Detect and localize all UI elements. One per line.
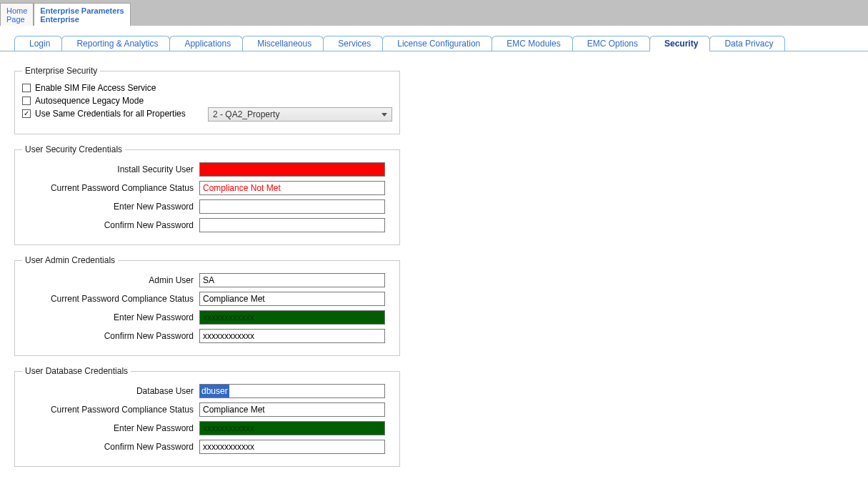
value-sec-compliance-status: Compliance Not Met xyxy=(199,181,385,195)
security-panel: Enterprise Security Enable SIM File Acce… xyxy=(0,51,868,467)
label-auto-legacy: Autosequence Legacy Mode xyxy=(35,96,144,106)
label-sec-new-password: Enter New Password xyxy=(22,202,199,212)
label-db-confirm-password: Confirm New Password xyxy=(22,442,199,452)
user-db-legend: User Database Credentials xyxy=(22,366,131,376)
label-sec-confirm-password: Confirm New Password xyxy=(22,220,199,230)
enterprise-security-legend: Enterprise Security xyxy=(22,66,100,76)
user-security-legend: User Security Credentials xyxy=(22,144,125,154)
checkbox-same-credentials[interactable] xyxy=(22,109,31,118)
input-sec-confirm-password[interactable] xyxy=(199,218,385,232)
label-same-credentials: Use Same Credentials for all Properties xyxy=(35,109,186,119)
tab-ent-line2: Enterprise xyxy=(40,15,124,24)
tab-emc-modules[interactable]: EMC Modules xyxy=(492,36,572,51)
label-enable-sim: Enable SIM File Access Service xyxy=(35,83,156,93)
tab-home-page[interactable]: Home Page xyxy=(0,3,34,26)
tab-data-privacy[interactable]: Data Privacy xyxy=(709,36,785,51)
value-admin-compliance-status: Compliance Met xyxy=(199,292,385,306)
user-admin-legend: User Admin Credentials xyxy=(22,255,118,265)
checkbox-enable-sim[interactable] xyxy=(22,84,31,92)
tab-license-configuration[interactable]: License Configuration xyxy=(382,36,492,51)
input-admin-confirm-password[interactable]: xxxxxxxxxxxx xyxy=(199,329,385,343)
tab-miscellaneous[interactable]: Miscellaneous xyxy=(242,36,324,51)
user-security-credentials-group: User Security Credentials Install Securi… xyxy=(14,144,400,245)
tab-reporting-analytics[interactable]: Reporting & Analytics xyxy=(61,36,170,51)
input-sec-new-password[interactable] xyxy=(199,199,385,214)
label-admin-new-password: Enter New Password xyxy=(22,312,199,322)
user-database-credentials-group: User Database Credentials Database User … xyxy=(14,366,400,467)
input-admin-user[interactable]: SA xyxy=(199,273,385,287)
app-top-bar: Home Page Enterprise Parameters Enterpri… xyxy=(0,0,868,26)
database-user-selected-text: dbuser xyxy=(200,385,229,397)
checkbox-auto-legacy[interactable] xyxy=(22,97,31,105)
tab-security[interactable]: Security xyxy=(649,36,710,51)
label-db-compliance-status: Current Password Compliance Status xyxy=(22,405,199,415)
tab-login[interactable]: Login xyxy=(14,36,62,51)
value-db-compliance-status: Compliance Met xyxy=(199,402,385,417)
tab-emc-options[interactable]: EMC Options xyxy=(572,36,650,51)
tab-applications[interactable]: Applications xyxy=(169,36,243,51)
tab-enterprise-parameters[interactable]: Enterprise Parameters Enterprise xyxy=(34,3,130,26)
label-admin-user: Admin User xyxy=(22,275,199,285)
label-sec-compliance-status: Current Password Compliance Status xyxy=(22,183,199,193)
tab-home-line2: Page xyxy=(6,15,27,24)
input-admin-new-password[interactable]: xxxxxxxxxxxx xyxy=(199,310,385,325)
chevron-down-icon xyxy=(381,113,387,117)
input-database-user[interactable]: dbuser xyxy=(199,384,385,398)
tab-services[interactable]: Services xyxy=(323,36,383,51)
label-db-new-password: Enter New Password xyxy=(22,423,199,433)
input-install-security-user[interactable] xyxy=(199,162,385,177)
label-database-user: Database User xyxy=(22,386,199,396)
property-dropdown[interactable]: 2 - QA2_Property xyxy=(208,107,392,122)
input-db-confirm-password[interactable]: xxxxxxxxxxxx xyxy=(199,440,385,454)
property-dropdown-value: 2 - QA2_Property xyxy=(213,109,279,119)
user-admin-credentials-group: User Admin Credentials Admin User SA Cur… xyxy=(14,255,400,356)
label-install-security-user: Install Security User xyxy=(22,164,199,174)
subtab-bar: Login Reporting & Analytics Applications… xyxy=(0,36,868,51)
tab-ent-line1: Enterprise Parameters xyxy=(40,6,124,15)
enterprise-security-group: Enterprise Security Enable SIM File Acce… xyxy=(14,66,400,134)
label-admin-compliance-status: Current Password Compliance Status xyxy=(22,294,199,304)
tab-home-line1: Home xyxy=(6,6,27,15)
label-admin-confirm-password: Confirm New Password xyxy=(22,331,199,341)
input-db-new-password[interactable]: xxxxxxxxxxxx xyxy=(199,421,385,435)
